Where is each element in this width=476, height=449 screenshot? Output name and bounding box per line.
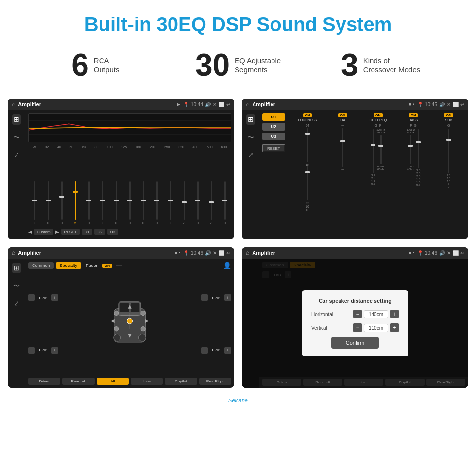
db-minus-br[interactable]: − [201, 347, 208, 354]
dot-icon-3: ■ • [175, 250, 180, 255]
tab-common[interactable]: Common [28, 262, 54, 269]
screen-speaker-placement: ⌂ Amplifier ■ • 📍 10:46 🔊 ✕ ⬜ ↩ ⊞ 〜 ⤢ Co… [8, 247, 234, 388]
eq-slider-0[interactable]: 0 [28, 181, 41, 225]
horizontal-plus[interactable]: + [390, 310, 399, 318]
horizontal-label: Horizontal [311, 312, 333, 317]
all-btn[interactable]: All [97, 378, 129, 385]
prev-arrow[interactable]: ◀ [28, 229, 32, 234]
rearleft-btn-4[interactable]: RearLeft [303, 379, 342, 386]
expand-icon-3[interactable]: ⤢ [14, 299, 19, 307]
eq-slider-12[interactable]: 0 [191, 181, 204, 225]
screen1-header: ⌂ Amplifier ▶ 📍 10:44 🔊 ✕ ⬜ ↩ [8, 99, 234, 110]
db-control-tr: − 0 dB + [201, 294, 231, 301]
location-icon-3: 📍 [183, 250, 189, 256]
eq-icon[interactable]: ⊞ [12, 114, 21, 125]
reset-btn-2[interactable]: RESET [262, 144, 285, 152]
expand-icon[interactable]: ⤢ [14, 151, 19, 159]
db-minus-bl[interactable]: − [28, 347, 35, 354]
copilot-btn-4[interactable]: Copilot [385, 379, 424, 386]
db-minus-tl[interactable]: − [28, 294, 35, 301]
phat-control: ON PHAT ─ ─ [326, 113, 359, 236]
speaker-bottom-buttons: Driver RearLeft All User Copilot RearRig… [28, 378, 231, 385]
rear-left-btn[interactable]: RearLeft [62, 378, 94, 385]
wave-icon-3[interactable]: 〜 [13, 282, 20, 291]
db-plus-tl[interactable]: + [51, 294, 58, 301]
screen1-main: 2532 4050 6380 100125 160200 250320 4005… [25, 110, 234, 239]
reset-btn[interactable]: RESET [61, 229, 80, 235]
u3-btn[interactable]: U3 [107, 229, 118, 235]
confirm-button[interactable]: Confirm [331, 337, 379, 349]
eq-slider-9[interactable]: 0 [151, 181, 163, 225]
horizontal-minus[interactable]: − [353, 310, 362, 318]
loudness-on[interactable]: ON [303, 113, 312, 117]
eq-slider-4[interactable]: 0 [83, 181, 95, 225]
user-btn[interactable]: User [131, 378, 163, 385]
location-icon: 📍 [183, 102, 189, 107]
eq-slider-11[interactable]: -1 [178, 181, 190, 225]
db-minus-tr[interactable]: − [201, 294, 208, 301]
stat-divider-1 [167, 48, 167, 82]
cutfreq-on[interactable]: ON [374, 113, 383, 117]
bass-on[interactable]: ON [409, 113, 418, 117]
sub-on[interactable]: ON [444, 113, 453, 117]
back-icon-3: ↩ [226, 250, 230, 256]
dialog-title: Car speaker distance setting [311, 298, 399, 304]
eq-slider-1[interactable]: 0 [42, 181, 54, 225]
screen3-sidebar: ⊞ 〜 ⤢ [8, 259, 25, 388]
phat-on[interactable]: ON [338, 113, 347, 117]
eq-icon-3[interactable]: ⊞ [12, 263, 21, 273]
preset-u2[interactable]: U2 [262, 123, 285, 131]
eq-slider-10[interactable]: 0 [164, 181, 177, 225]
db-control-br: − 0 dB + [201, 347, 231, 354]
window-icon-3: ⬜ [219, 250, 224, 256]
preset-u1[interactable]: U1 [262, 113, 285, 121]
eq-slider-3[interactable]: 5 [69, 181, 82, 225]
u1-btn[interactable]: U1 [82, 229, 92, 235]
car-diagram [61, 272, 198, 376]
stat-eq-number: 30 [195, 50, 230, 81]
eq-slider-5[interactable]: 0 [96, 181, 109, 225]
driver-btn[interactable]: Driver [28, 378, 60, 385]
vertical-minus[interactable]: − [353, 323, 362, 332]
eq-icon-2[interactable]: ⊞ [246, 114, 255, 125]
stat-divider-2 [309, 48, 309, 82]
eq-slider-2[interactable]: 0 [55, 181, 68, 225]
tab-specialty[interactable]: Specialty [56, 262, 82, 269]
screen4-content: Common Specialty − 0 dB + [242, 259, 468, 388]
eq-slider-7[interactable]: 0 [123, 181, 136, 225]
loudness-label: LOUDNESS [298, 118, 317, 122]
svg-point-10 [114, 311, 119, 315]
sub-control: ON SUB G 20 15 10 5 0 [432, 113, 465, 236]
wave-icon[interactable]: 〜 [13, 133, 20, 142]
eq-slider-8[interactable]: 0 [137, 181, 150, 225]
screen2-main: U1 U2 U3 RESET ON LOUDNESS 64 [259, 110, 468, 239]
custom-btn[interactable]: Custom [34, 229, 53, 235]
fader-slider[interactable]: ━━ [116, 263, 122, 268]
driver-btn-4[interactable]: Driver [262, 379, 301, 386]
rearright-btn-4[interactable]: RearRight [426, 379, 465, 386]
db-plus-br[interactable]: + [224, 347, 231, 354]
eq-slider-6[interactable]: 0 [110, 181, 122, 225]
user-btn-4[interactable]: User [344, 379, 383, 386]
dot-icon-4: ■ • [409, 250, 414, 255]
fader-on[interactable]: ON [102, 264, 113, 268]
home-icon-3: ⌂ [12, 249, 15, 256]
next-arrow[interactable]: ▶ [55, 229, 59, 234]
copilot-btn[interactable]: Copilot [165, 378, 197, 385]
db-plus-bl[interactable]: + [51, 347, 58, 354]
eq-slider-13[interactable]: -1 [205, 181, 218, 225]
location-icon-4: 📍 [417, 250, 423, 256]
u2-btn[interactable]: U2 [94, 229, 105, 235]
back-icon-4: ↩ [460, 250, 464, 256]
db-plus-tr[interactable]: + [224, 294, 231, 301]
db-val-bl: 0 dB [36, 348, 50, 352]
screen2-sidebar: ⊞ 〜 ⤢ [242, 110, 259, 239]
vertical-input-group: − 110cm + [353, 323, 399, 332]
rear-right-btn[interactable]: RearRight [199, 378, 231, 385]
vertical-plus[interactable]: + [390, 323, 399, 332]
preset-u3[interactable]: U3 [262, 133, 285, 140]
expand-icon-2[interactable]: ⤢ [248, 151, 254, 159]
wave-icon-2[interactable]: 〜 [247, 133, 254, 142]
screen4-time: 10:46 [425, 250, 437, 256]
eq-slider-14[interactable]: 0 [219, 181, 231, 225]
